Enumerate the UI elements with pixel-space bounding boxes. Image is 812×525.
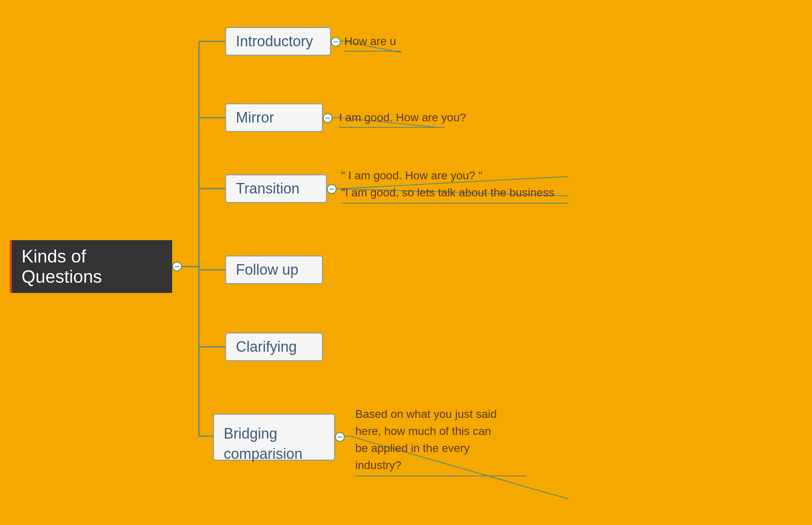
root-collapse-icon[interactable] bbox=[172, 262, 182, 271]
branch-node-clarifying[interactable]: Clarifying bbox=[225, 333, 323, 361]
branch-label-introductory: Introductory bbox=[236, 33, 313, 50]
leaf-text-introductory: How are u bbox=[344, 33, 401, 52]
transition-collapse-icon[interactable] bbox=[327, 184, 337, 194]
branch-label-transition: Transition bbox=[236, 180, 300, 197]
introductory-collapse-icon[interactable] bbox=[331, 37, 341, 47]
branch-label-bridging: Bridgingcomparision bbox=[224, 424, 302, 465]
root-node: Kinds of Questions bbox=[10, 240, 172, 293]
branch-node-followup[interactable]: Follow up bbox=[225, 256, 323, 284]
bridging-collapse-icon[interactable] bbox=[335, 432, 345, 442]
branch-label-clarifying: Clarifying bbox=[236, 338, 297, 355]
branch-label-followup: Follow up bbox=[236, 261, 298, 278]
branch-node-bridging[interactable]: Bridgingcomparision bbox=[213, 414, 335, 460]
branch-node-mirror[interactable]: Mirror bbox=[225, 103, 323, 132]
branch-label-mirror: Mirror bbox=[236, 109, 274, 126]
leaf-text-bridging: Based on what you just said here, how mu… bbox=[355, 406, 526, 476]
leaf-text-mirror: I am good. How are you? bbox=[339, 110, 466, 128]
mirror-collapse-icon[interactable] bbox=[323, 113, 333, 123]
branch-node-transition[interactable]: Transition bbox=[225, 174, 327, 203]
leaf-text-transition: " I am good. How are you? " "I am good, … bbox=[341, 167, 568, 204]
branch-node-introductory[interactable]: Introductory bbox=[225, 27, 331, 56]
root-node-label: Kinds of Questions bbox=[22, 246, 162, 287]
mind-map-canvas: Kinds of Questions Introductory How are … bbox=[0, 0, 812, 525]
